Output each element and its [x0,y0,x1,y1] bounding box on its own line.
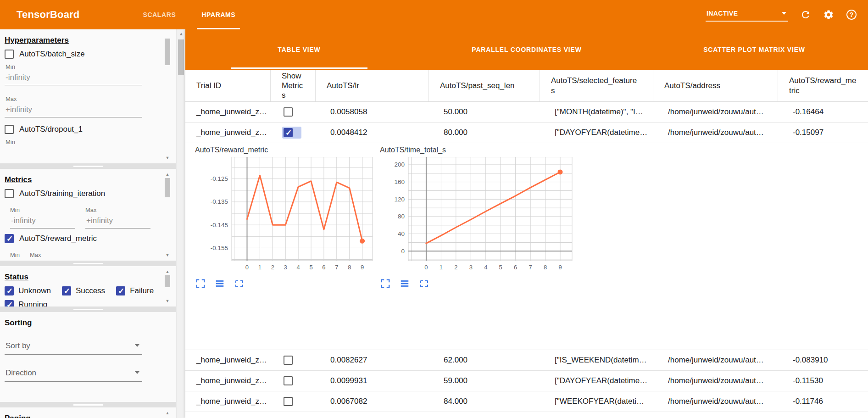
cell-show-metrics [271,123,316,143]
checkbox-training-iteration[interactable] [5,189,14,198]
scrollbar-thumb[interactable] [165,178,170,197]
sidebar-splitter[interactable] [0,261,176,266]
batch-size-min-input[interactable] [5,71,142,85]
splitter-handle[interactable] [73,166,103,167]
batch-size-max-input[interactable] [5,103,142,117]
column-header-trial-id[interactable]: Trial ID [185,70,271,101]
chart-toolbar [380,278,575,289]
view-data-table-icon[interactable] [214,278,225,289]
expand-chart-icon[interactable] [195,278,206,289]
cell-past-seq-len: 84.000 [429,391,540,412]
tab-parallel-coordinates-view[interactable]: PARALLEL COORDINATES VIEW [413,29,640,70]
scroll-down-icon[interactable]: ▼ [164,252,171,258]
sidebar-splitter[interactable] [0,402,176,407]
splitter-handle[interactable] [73,404,103,406]
show-metrics-checkbox[interactable] [284,397,293,406]
table-row: _home_junweid_z…0.008262762.000["IS_WEEK… [185,350,868,371]
sort-by-select[interactable]: Sort by [5,340,142,355]
table-rows-top: _home_junweid_z…0.005805850.000["MONTH(d… [185,102,868,143]
column-header-past-seq-len[interactable]: AutoTS/past_seq_len [429,70,540,101]
cell-lr: 0.0067082 [316,391,429,412]
cell-address: /home/junweid/zouwu/aut… [653,123,778,143]
run-status-dropdown[interactable]: INACTIVE [706,8,788,22]
checkbox-reward-metric[interactable] [5,234,14,243]
checkbox-status-failure[interactable] [116,286,125,295]
reward-metric-line-chart[interactable]: 0123456789-0.125-0.135-0.145-0.155 [195,157,375,273]
checkbox-status-success[interactable] [62,286,71,295]
tab-scatter-plot-matrix-view[interactable]: SCATTER PLOT MATRIX VIEW [640,29,868,70]
refresh-icon[interactable] [800,9,811,20]
checkbox-status-running[interactable] [5,300,14,307]
time-total-line-chart[interactable]: 012345678920016012080400 [380,157,575,273]
view-tabs: TABLE VIEW PARALLEL COORDINATES VIEW SCA… [185,29,868,70]
scroll-up-icon[interactable]: ▲ [164,172,171,177]
cell-past-seq-len: 50.000 [429,102,540,122]
section-scrollbar[interactable]: ▲ ▼ [164,269,171,304]
hparams-main-pane: TABLE VIEW PARALLEL COORDINATES VIEW SCA… [185,29,868,418]
cell-past-seq-len: 62.000 [429,350,540,370]
tab-hparams[interactable]: HPARAMS [189,0,248,29]
section-metrics: Metrics AutoTS/training_iteration Min Ma… [0,169,176,261]
checkbox-dropout-1[interactable] [5,125,14,134]
max-label: Max [6,95,170,102]
scroll-down-icon[interactable]: ▼ [164,298,171,304]
splitter-handle[interactable] [73,263,103,264]
expand-chart-icon[interactable] [380,278,391,289]
scrollbar-thumb[interactable] [165,275,170,287]
status-option: Success [62,286,105,295]
svg-text:9: 9 [558,264,562,271]
scrollbar-thumb[interactable] [165,39,170,65]
sort-by-placeholder: Sort by [6,341,30,350]
svg-text:6: 6 [322,264,325,271]
column-header-lr[interactable]: AutoTS/lr [316,70,429,101]
cell-trial-id: _home_junweid_z… [185,391,271,412]
help-icon[interactable]: ? [846,9,857,20]
select-region-icon[interactable] [418,278,429,289]
sidebar-splitter[interactable] [0,163,176,169]
section-scrollbar[interactable]: ▲ [164,410,171,415]
show-metrics-checkbox[interactable] [284,376,293,385]
show-metrics-checkbox[interactable] [284,356,293,365]
app-header: TensorBoard SCALARS HPARAMS INACTIVE ? [0,0,868,29]
sidebar-splitter[interactable] [0,307,176,312]
svg-text:3: 3 [469,264,473,271]
column-header-reward-metric[interactable]: AutoTS/reward_metric [778,70,868,101]
scroll-up-icon[interactable]: ▲ [164,410,171,416]
header-nav-tabs: SCALARS HPARAMS [130,0,248,29]
cell-lr: 0.0082627 [316,350,429,370]
view-data-table-icon[interactable] [399,278,410,289]
tab-table-view[interactable]: TABLE VIEW [185,29,413,70]
training-iteration-min-input[interactable] [10,214,75,229]
section-scrollbar[interactable]: ▲ ▼ [164,172,171,258]
svg-text:200: 200 [394,161,405,168]
checkbox-status-unknown[interactable] [5,286,14,295]
gear-icon[interactable] [823,9,834,20]
max-label: Max [30,251,41,258]
main-scrollbar[interactable]: ▲ [176,29,185,418]
column-header-show-metrics[interactable]: Show Metrics [271,70,316,101]
direction-select[interactable]: Direction [5,367,142,382]
select-region-icon[interactable] [234,278,245,289]
chevron-down-icon [135,344,139,347]
section-scrollbar[interactable]: ▼ [164,32,171,161]
show-metrics-checkbox[interactable] [284,107,293,117]
svg-text:0: 0 [401,248,405,255]
cell-address: /home/junweid/zouwu/aut… [653,350,778,370]
checkbox-batch-size[interactable] [5,50,14,59]
checkbox-label: AutoTS/reward_metric [19,234,97,243]
min-label: Min [10,251,20,258]
column-header-address[interactable]: AutoTS/address [653,70,778,101]
scroll-down-icon[interactable]: ▼ [164,155,171,161]
status-option: Unknown [5,286,51,295]
scrollbar-thumb[interactable] [178,39,184,75]
show-metrics-checkbox[interactable] [284,128,293,137]
section-hyperparameters: Hyperparameters AutoTS/batch_size Min Ma… [0,29,176,163]
training-iteration-max-input[interactable] [85,214,150,229]
tab-scalars[interactable]: SCALARS [130,0,189,29]
scroll-up-icon[interactable]: ▲ [177,31,186,36]
svg-text:4: 4 [484,264,487,271]
svg-text:-0.135: -0.135 [211,198,228,205]
scroll-up-icon[interactable]: ▲ [164,269,171,274]
splitter-handle[interactable] [73,309,103,310]
column-header-selected-features[interactable]: AutoTS/selected_features [540,70,653,101]
